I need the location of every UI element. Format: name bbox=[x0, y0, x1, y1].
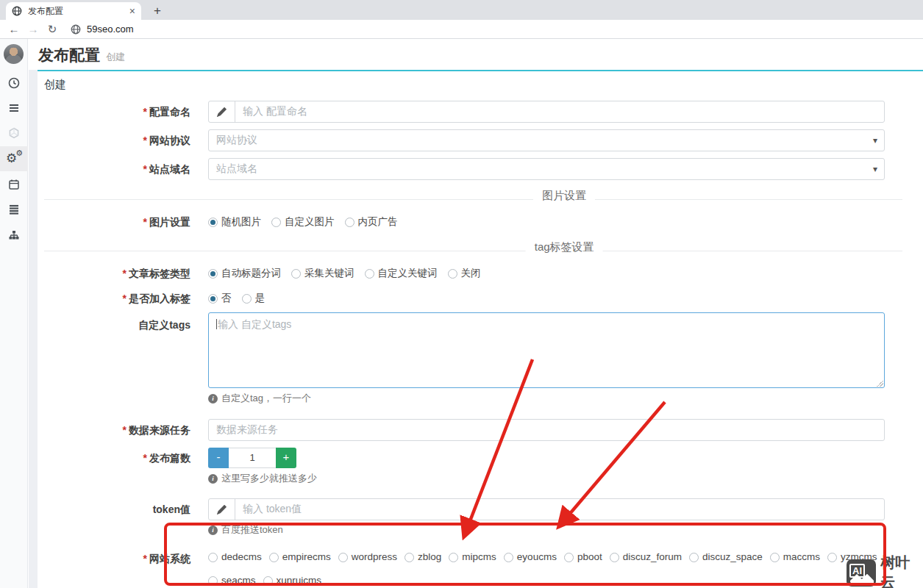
config-name-row: *配置命名 输入 配置命名 bbox=[44, 101, 902, 123]
radio-checked-icon bbox=[208, 269, 218, 279]
token-input[interactable]: 输入 token值 bbox=[208, 498, 885, 520]
radio-custom-image[interactable]: 自定义图片 bbox=[271, 211, 335, 233]
hexagon-icon bbox=[7, 126, 21, 140]
radio-no[interactable]: 否 bbox=[208, 287, 232, 309]
radio-eyoucms[interactable]: eyoucms bbox=[504, 549, 557, 565]
add-tag-label: *是否加入标签 bbox=[44, 287, 208, 309]
custom-tags-textarea[interactable]: 输入 自定义tags bbox=[208, 312, 885, 388]
config-name-input[interactable]: 输入 配置命名 bbox=[208, 101, 885, 123]
required-marker: * bbox=[143, 135, 147, 146]
token-label: token值 bbox=[44, 498, 208, 537]
content-header: 发布配置创建 bbox=[29, 39, 923, 70]
token-placeholder: 输入 token值 bbox=[235, 499, 884, 520]
radio-icon bbox=[208, 576, 218, 586]
domain-label: *站点域名 bbox=[44, 158, 208, 180]
decrement-button[interactable]: - bbox=[208, 448, 229, 468]
radio-label: discuz_forum bbox=[623, 549, 682, 565]
browser-toolbar: ← → ↻ 59seo.com bbox=[0, 20, 923, 39]
token-row: token值 输入 token值 i 百度推送token bbox=[44, 498, 902, 537]
info-icon: i bbox=[208, 526, 218, 535]
config-name-label: *配置命名 bbox=[44, 101, 208, 123]
radio-icon bbox=[338, 553, 348, 562]
radio-maccms[interactable]: maccms bbox=[770, 549, 820, 565]
radio-icon bbox=[269, 553, 279, 562]
sidebar-item-list[interactable] bbox=[0, 197, 28, 222]
forward-icon[interactable]: → bbox=[24, 23, 43, 35]
sidebar-scrollbar[interactable] bbox=[29, 70, 38, 588]
page-title: 发布配置创建 bbox=[38, 45, 125, 65]
radio-seacms[interactable]: seacms bbox=[208, 573, 256, 588]
sidebar-item-modules[interactable] bbox=[0, 121, 28, 146]
tab-close-icon[interactable]: × bbox=[129, 6, 135, 16]
radio-discuz-space[interactable]: discuz_space bbox=[689, 549, 763, 565]
radio-label: eyoucms bbox=[517, 549, 557, 565]
browser-tab[interactable]: 发布配置 × bbox=[6, 2, 141, 20]
radio-auto-title-split[interactable]: 自动标题分词 bbox=[208, 262, 281, 284]
tab-favicon-globe-icon bbox=[12, 6, 22, 16]
radio-icon bbox=[271, 218, 281, 227]
address-bar[interactable]: 59seo.com bbox=[71, 24, 134, 35]
radio-icon bbox=[242, 294, 252, 304]
sidebar-item-history[interactable] bbox=[0, 71, 28, 96]
user-avatar[interactable] bbox=[4, 44, 24, 64]
radio-icon bbox=[770, 553, 780, 562]
radio-inner-ad[interactable]: 内页广告 bbox=[345, 211, 398, 233]
required-marker: * bbox=[143, 216, 147, 228]
back-icon[interactable]: ← bbox=[4, 23, 24, 35]
config-name-placeholder: 输入 配置命名 bbox=[235, 101, 884, 122]
radio-icon bbox=[610, 553, 619, 562]
publish-count-label: *发布篇数 bbox=[44, 448, 208, 485]
radio-label: dedecms bbox=[221, 549, 262, 565]
radio-label: 否 bbox=[221, 287, 232, 309]
section-tag-settings: tag标签设置 bbox=[44, 240, 902, 257]
calendar-icon bbox=[7, 178, 21, 191]
radio-checked-icon bbox=[208, 218, 218, 227]
required-marker: * bbox=[143, 452, 147, 464]
publish-count-value[interactable]: 1 bbox=[229, 448, 276, 468]
sidebar-item-settings-active[interactable]: ⚙⚙ bbox=[0, 146, 28, 171]
new-tab-button[interactable]: + bbox=[149, 2, 166, 20]
sidebar-item-calendar[interactable] bbox=[0, 172, 28, 197]
text-cursor bbox=[216, 319, 217, 329]
pencil-icon bbox=[209, 499, 235, 520]
gears-icon: ⚙⚙ bbox=[7, 151, 21, 166]
watermark-image-icon: AI bbox=[847, 559, 876, 587]
radio-label: 内页广告 bbox=[358, 211, 398, 233]
custom-tags-help: i 自定义tag，一行一个 bbox=[208, 392, 885, 405]
radio-yes[interactable]: 是 bbox=[242, 287, 266, 309]
radio-icon bbox=[504, 553, 513, 562]
reload-icon[interactable]: ↻ bbox=[43, 23, 62, 36]
radio-xunruicms[interactable]: xunruicms bbox=[263, 573, 322, 588]
sidebar-item-sitemap[interactable] bbox=[0, 223, 28, 248]
radio-label: seacms bbox=[221, 573, 256, 588]
radio-label: wordpress bbox=[352, 549, 397, 565]
radio-zblog[interactable]: zblog bbox=[405, 549, 441, 565]
add-tag-row: *是否加入标签 否 是 bbox=[44, 287, 902, 309]
radio-custom-keywords[interactable]: 自定义关键词 bbox=[365, 262, 438, 284]
radio-pboot[interactable]: pboot bbox=[564, 549, 602, 565]
radio-empirecms[interactable]: empirecms bbox=[269, 549, 331, 565]
radio-off[interactable]: 关闭 bbox=[448, 262, 481, 284]
radio-discuz-forum[interactable]: discuz_forum bbox=[610, 549, 682, 565]
increment-button[interactable]: + bbox=[276, 448, 296, 468]
radio-label: discuz_space bbox=[702, 549, 763, 565]
publish-count-row: *发布篇数 - 1 + i 这里写多少就推送多少 bbox=[44, 448, 902, 485]
textarea-resize-handle[interactable] bbox=[877, 380, 883, 387]
radio-mipcms[interactable]: mipcms bbox=[449, 549, 496, 565]
radio-label: 是 bbox=[255, 287, 266, 309]
radio-icon bbox=[827, 553, 837, 562]
radio-label: 自定义关键词 bbox=[378, 262, 438, 284]
tag-type-label: *文章标签类型 bbox=[44, 262, 208, 284]
data-source-input[interactable]: 数据来源任务 bbox=[208, 419, 885, 441]
radio-label: xunruicms bbox=[277, 573, 322, 588]
radio-random-image[interactable]: 随机图片 bbox=[208, 211, 261, 233]
radio-collect-keywords[interactable]: 采集关键词 bbox=[291, 262, 354, 284]
radio-wordpress[interactable]: wordpress bbox=[338, 549, 397, 565]
radio-label: 自动标题分词 bbox=[221, 262, 281, 284]
radio-icon bbox=[449, 553, 458, 562]
domain-select[interactable]: 站点域名 ▾ bbox=[208, 158, 885, 180]
protocol-select[interactable]: 网站协议 ▾ bbox=[208, 129, 885, 151]
radio-dedecms[interactable]: dedecms bbox=[208, 549, 262, 565]
sidebar-item-menu[interactable] bbox=[0, 96, 28, 121]
radio-label: 自定义图片 bbox=[285, 211, 335, 233]
